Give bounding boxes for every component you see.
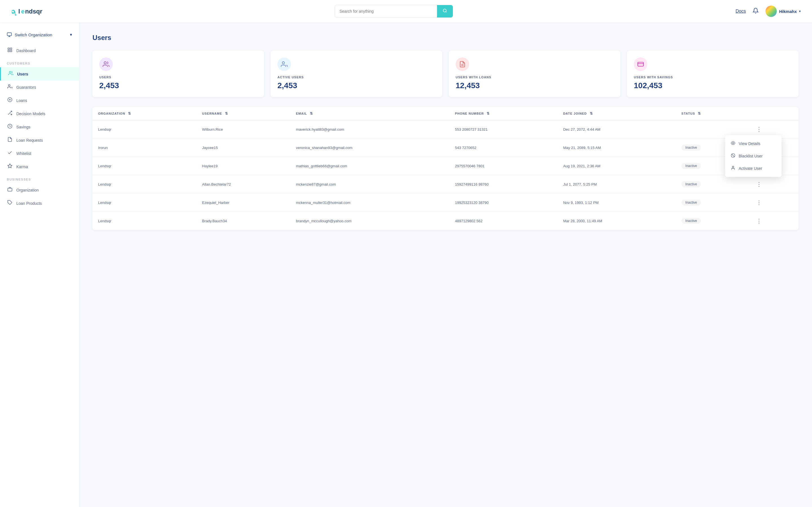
sidebar-item-users[interactable]: Users [0, 67, 79, 80]
sidebar-item-organization[interactable]: Organization [0, 183, 79, 196]
cell-more: ⋮ [748, 175, 799, 193]
cell-date: Dec 27, 2072, 4:44 AM [557, 120, 675, 138]
switch-org-icon [7, 32, 12, 37]
guarantors-icon [7, 84, 13, 91]
status-badge: Inactive [681, 218, 701, 224]
sidebar-item-loan-products[interactable]: Loan Products [0, 196, 79, 210]
sidebar-item-label: Loan Requests [16, 138, 43, 143]
bell-icon[interactable] [753, 8, 759, 15]
cell-date: Aug 19, 2021, 2:36 AM [557, 157, 675, 175]
logo-icon: ᶕ [11, 7, 16, 16]
username-filter-icon[interactable]: ⇅ [225, 112, 228, 115]
date-filter-icon[interactable]: ⇅ [590, 112, 593, 115]
svg-point-22 [104, 62, 106, 64]
svg-point-23 [282, 62, 285, 64]
status-badge: Inactive [681, 181, 701, 187]
svg-rect-26 [638, 62, 644, 66]
stat-card-users: USERS 2,453 [93, 51, 264, 97]
cell-email: veronica_shanahan93@gmail.com [290, 138, 449, 157]
stat-value-active-users: 2,453 [277, 81, 435, 90]
organization-icon [7, 187, 13, 193]
cell-phone: 19925323120 38790 [449, 193, 558, 212]
svg-rect-10 [8, 50, 9, 52]
stat-card-users-savings: USERS WITH SAVINGS 102,453 [627, 51, 799, 97]
stat-label-users: USERS [99, 75, 257, 79]
sidebar-item-loans[interactable]: Loans [0, 94, 79, 107]
stat-card-users-loans: USERS WITH LOANS 12,453 [449, 51, 620, 97]
table-row: Irorun Jaycee15 veronica_shanahan93@gmai… [93, 138, 799, 157]
stat-icon-users-loans [456, 57, 469, 71]
users-table: ORGANIZATION ⇅ USERNAME ⇅ EMAIL ⇅ PHONE … [93, 107, 799, 230]
context-blacklist-label: Blacklist User [739, 154, 763, 158]
cell-email: maverick.hyatt83@gmail.com [290, 120, 449, 138]
stat-icon-users-savings [634, 57, 647, 71]
sidebar-item-label: Karma [16, 165, 28, 169]
customers-section-label: CUSTOMERS [0, 57, 79, 67]
docs-link[interactable]: Docs [735, 9, 746, 14]
svg-text:l: l [18, 8, 20, 15]
email-filter-icon[interactable]: ⇅ [310, 112, 313, 115]
layout: Switch Organization ▾ Dashboard CUSTOMER… [0, 22, 812, 241]
search-button[interactable] [437, 5, 453, 17]
table-row: Lendsqr Wilburn.Rice maverick.hyatt83@gm… [93, 120, 799, 138]
more-options-button[interactable]: ⋮ [754, 125, 764, 134]
search-bar [335, 5, 453, 18]
sidebar-item-loan-requests[interactable]: Loan Requests [0, 133, 79, 147]
sidebar-item-savings[interactable]: Savings [0, 120, 79, 133]
cell-username: Haylee19 [197, 157, 290, 175]
header-right: Docs Hikmahx ▾ [735, 6, 801, 17]
stat-label-users-savings: USERS WITH SAVINGS [634, 75, 792, 79]
block-icon [731, 153, 735, 159]
search-input[interactable] [335, 6, 437, 17]
cell-username: Allan.Bechtelar72 [197, 175, 290, 193]
svg-point-28 [732, 143, 733, 144]
sidebar-item-dashboard[interactable]: Dashboard [0, 44, 79, 57]
cell-date: Jul 1, 2077, 5:25 PM [557, 175, 675, 193]
sidebar-item-decision-models[interactable]: Decision Models [0, 107, 79, 120]
logo-svg: l e ndsqr [18, 7, 52, 16]
context-activate-label: Activate User [739, 166, 762, 171]
svg-rect-9 [10, 48, 12, 49]
svg-rect-20 [8, 188, 12, 191]
context-menu-view-details[interactable]: View Details [725, 137, 781, 150]
cell-org: Lendsqr [93, 193, 197, 212]
users-icon [8, 71, 14, 77]
more-options-button[interactable]: ⋮ [754, 216, 764, 225]
org-filter-icon[interactable]: ⇅ [128, 112, 131, 115]
status-badge: Inactive [681, 200, 701, 206]
context-menu-activate-user[interactable]: Activate User [725, 162, 781, 175]
cell-phone: 2975570046 7801 [449, 157, 558, 175]
sidebar-item-label: Decision Models [16, 112, 45, 116]
cell-phone: 4897129802 562 [449, 212, 558, 230]
table-row: Lendsqr Brady.Bauch34 brandyn_mccullough… [93, 212, 799, 230]
loan-requests-icon [7, 137, 13, 144]
loan-products-icon [7, 200, 13, 207]
table-body: Lendsqr Wilburn.Rice maverick.hyatt83@gm… [93, 120, 799, 230]
cell-status: Inactive [676, 193, 748, 212]
cell-date: Nov 9, 1993, 1:12 PM [557, 193, 675, 212]
cell-email: mckenna_muller31@hotmail.com [290, 193, 449, 212]
sidebar-item-whitelist[interactable]: Whitelist [0, 147, 79, 160]
switch-org-chevron: ▾ [70, 32, 72, 37]
cell-status: Inactive [676, 212, 748, 230]
more-options-button[interactable]: ⋮ [754, 198, 764, 207]
sidebar-item-label: Savings [16, 125, 31, 129]
status-filter-icon[interactable]: ⇅ [698, 112, 701, 115]
sidebar-item-label: Whitelist [16, 151, 31, 156]
svg-rect-8 [8, 48, 9, 49]
activate-icon [731, 166, 735, 171]
col-phone: PHONE NUMBER ⇅ [449, 107, 558, 120]
stat-value-users-loans: 12,453 [456, 81, 613, 90]
avatar-wrap[interactable]: Hikmahx ▾ [765, 6, 801, 17]
svg-text:e: e [21, 8, 24, 15]
switch-org-button[interactable]: Switch Organization ▾ [0, 29, 79, 44]
cell-phone: 553 2080727 31321 [449, 120, 558, 138]
sidebar-item-guarantors[interactable]: Guarantors [0, 80, 79, 94]
sidebar-item-karma[interactable]: Karma [0, 160, 79, 173]
more-options-button[interactable]: ⋮ [754, 180, 764, 189]
context-menu-blacklist-user[interactable]: Blacklist User [725, 150, 781, 162]
cell-email: brandyn_mccullough@yahoo.com [290, 212, 449, 230]
phone-filter-icon[interactable]: ⇅ [487, 112, 490, 115]
col-status: STATUS ⇅ [676, 107, 748, 120]
sidebar-item-label: Dashboard [16, 48, 36, 53]
